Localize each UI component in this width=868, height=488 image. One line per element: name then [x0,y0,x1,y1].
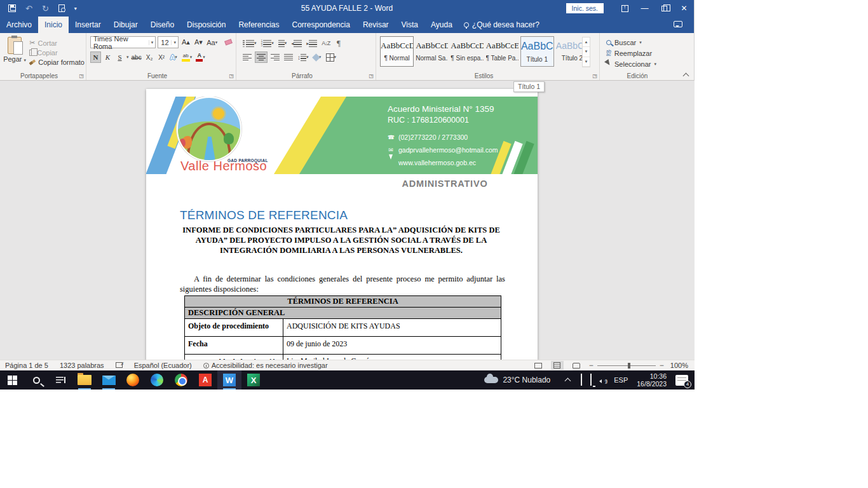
copy-button[interactable]: Copiar [29,49,85,57]
accessibility-status[interactable]: Accesibilidad: es necesario investigar [203,362,328,369]
tab-archivo[interactable]: Archivo [0,17,38,33]
notification-center-button[interactable]: 4 [675,375,688,386]
clipboard-dialog-launcher[interactable]: ◳ [79,74,84,79]
shrink-font-button[interactable]: A▾ [193,37,204,48]
strikethrough-button[interactable]: abc [130,51,143,63]
increase-indent-button[interactable]: ▸ [305,37,318,49]
document-page[interactable]: Acuerdo Ministerial N° 1359 RUC : 176812… [146,89,538,360]
superscript-button[interactable]: X² [156,51,167,63]
font-color-button[interactable]: A▾ [194,51,207,63]
weather-cloud-icon[interactable] [484,377,498,383]
tab-inicio[interactable]: Inicio [38,17,69,33]
collapse-ribbon-icon[interactable] [684,72,689,78]
acrobat-button[interactable]: A [193,370,217,390]
style-table-pa[interactable]: AaBbCcE ¶ Table Pa... [485,36,519,67]
language-button[interactable]: ESP [614,376,628,384]
print-preview-icon[interactable] [58,4,65,12]
close-button[interactable]: ✕ [674,0,694,17]
justify-button[interactable] [283,51,294,63]
style-normal[interactable]: AaBbCcDc ¶ Normal [380,36,414,67]
style-titulo-1[interactable]: AaBbC Título 1 [520,36,554,67]
bullets-button[interactable]: ▾ [241,37,258,49]
change-case-button[interactable]: Aa▾ [206,37,219,48]
replace-button[interactable]: abacReemplazar [606,48,680,58]
clock[interactable]: 10:36 16/8/2023 [637,372,667,388]
font-size-dropdown-icon[interactable]: ▾ [171,40,178,45]
show-marks-button[interactable]: ¶ [333,37,344,49]
zoom-out-button[interactable]: − [589,361,593,370]
weather-text[interactable]: 23°C Nublado [503,376,550,384]
tab-ayuda[interactable]: Ayuda [424,17,459,33]
tab-insertar[interactable]: Insertar [69,17,107,33]
styles-gallery-scroll[interactable]: ▲▼▼ [582,37,590,67]
web-layout-button[interactable] [570,361,583,370]
word-count[interactable]: 1323 palabras [60,362,104,369]
sort-button[interactable]: A↓Z [320,37,331,49]
cut-button[interactable]: ✂Cortar [29,39,85,47]
styles-dialog-launcher[interactable]: ◳ [592,74,597,79]
start-button[interactable] [0,370,24,390]
excel-taskbar-button[interactable]: X [241,370,266,390]
redo-icon[interactable]: ↻ [42,4,49,13]
save-icon[interactable] [8,4,16,12]
clear-formatting-button[interactable] [220,37,233,48]
zoom-slider-thumb[interactable] [628,363,630,369]
zoom-percentage[interactable]: 100% [670,362,688,369]
underline-dropdown-icon[interactable]: ▾ [126,55,129,60]
tab-disposicion[interactable]: Disposición [180,17,232,33]
align-center-button[interactable] [255,51,268,63]
numbering-button[interactable]: 1 2 3▾ [260,37,275,49]
styles-scroll-up-icon[interactable]: ▲ [583,37,590,47]
page-indicator[interactable]: Página 1 de 5 [5,362,48,369]
font-size-combo[interactable]: 12▾ [158,36,179,48]
taskbar-search-button[interactable] [24,370,48,390]
tab-dibujar[interactable]: Dibujar [107,17,144,33]
shading-button[interactable]: ▾ [312,51,323,63]
format-painter-button[interactable]: Copiar formato [29,58,85,66]
tab-diseno[interactable]: Diseño [144,17,180,33]
mail-button[interactable] [97,370,121,390]
network-icon[interactable] [590,374,592,386]
subscript-button[interactable]: X₂ [144,51,155,63]
align-right-button[interactable] [269,51,281,63]
text-effects-button[interactable]: A▾ [168,51,179,63]
line-spacing-button[interactable]: ↕▾ [296,51,310,63]
ribbon-display-options-button[interactable] [615,0,635,17]
chrome-button[interactable] [169,370,193,390]
focus-view-button[interactable] [532,361,545,370]
restore-button[interactable] [654,0,674,17]
styles-gallery-expand-icon[interactable]: ▼ [583,57,590,67]
styles-scroll-down-icon[interactable]: ▼ [583,47,590,57]
edge-button[interactable] [145,370,169,390]
minimize-button[interactable]: — [635,0,654,17]
file-explorer-button[interactable] [72,370,97,390]
style-normal-sa[interactable]: AaBbCcDc Normal Sa... [415,36,449,67]
multilevel-list-button[interactable]: ▾ [277,37,288,49]
print-layout-button[interactable] [551,361,564,370]
tab-correspondencia[interactable]: Correspondencia [285,17,356,33]
tab-referencias[interactable]: Referencias [232,17,285,33]
decrease-indent-button[interactable]: ◂ [290,37,303,49]
proofing-icon[interactable] [116,362,123,369]
font-dialog-launcher[interactable]: ◳ [229,74,234,79]
bold-button[interactable]: N [90,51,101,63]
paragraph-dialog-launcher[interactable]: ◳ [369,74,374,79]
comments-icon[interactable] [674,21,682,27]
underline-button[interactable]: S [114,51,125,63]
qat-customize-icon[interactable]: ▾ [74,6,77,11]
tab-revisar[interactable]: Revisar [356,17,395,33]
borders-button[interactable]: ▾ [325,51,338,63]
hidden-icons-chevron[interactable] [566,377,571,383]
sign-in-button[interactable]: Inic. ses. [566,3,604,13]
align-left-button[interactable] [241,51,253,63]
highlight-button[interactable]: ab▾ [180,51,194,63]
task-view-button[interactable] [48,370,72,390]
firefox-button[interactable] [121,370,145,390]
italic-button[interactable]: K [102,51,113,63]
word-taskbar-button[interactable]: W [217,370,241,390]
zoom-in-button[interactable]: − [660,361,664,370]
pen-tray-icon[interactable] [581,374,582,386]
style-sin-espaciado[interactable]: AaBbCcDc ¶ Sin espa... [450,36,484,67]
find-button[interactable]: Buscar▾ [606,37,680,48]
font-name-combo[interactable]: Times New Roma▾ [90,36,156,48]
